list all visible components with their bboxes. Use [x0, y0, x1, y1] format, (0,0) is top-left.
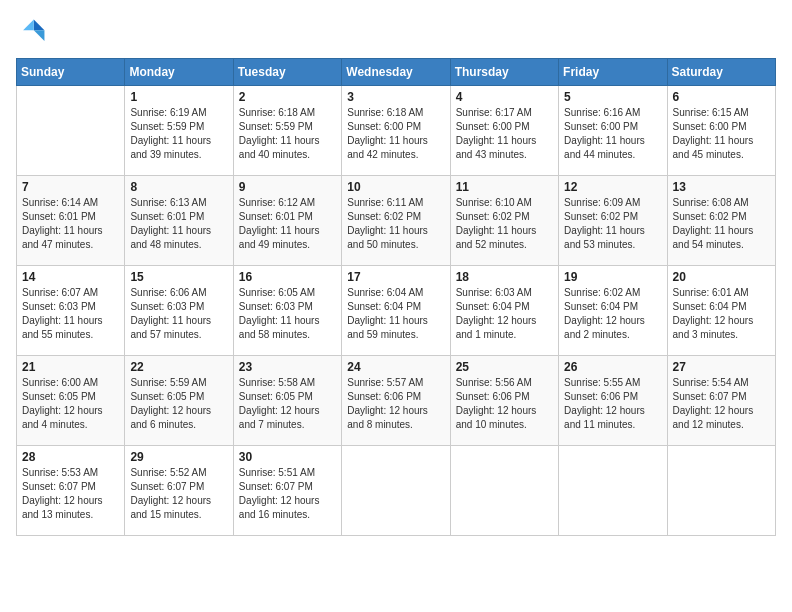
calendar-cell: 9Sunrise: 6:12 AMSunset: 6:01 PMDaylight… — [233, 176, 341, 266]
calendar-cell: 24Sunrise: 5:57 AMSunset: 6:06 PMDayligh… — [342, 356, 450, 446]
day-number: 19 — [564, 270, 661, 284]
cell-info: Sunrise: 5:59 AMSunset: 6:05 PMDaylight:… — [130, 376, 227, 432]
calendar-cell: 13Sunrise: 6:08 AMSunset: 6:02 PMDayligh… — [667, 176, 775, 266]
calendar-cell: 3Sunrise: 6:18 AMSunset: 6:00 PMDaylight… — [342, 86, 450, 176]
calendar-cell: 11Sunrise: 6:10 AMSunset: 6:02 PMDayligh… — [450, 176, 558, 266]
calendar-cell: 14Sunrise: 6:07 AMSunset: 6:03 PMDayligh… — [17, 266, 125, 356]
calendar-cell: 30Sunrise: 5:51 AMSunset: 6:07 PMDayligh… — [233, 446, 341, 536]
calendar-cell: 27Sunrise: 5:54 AMSunset: 6:07 PMDayligh… — [667, 356, 775, 446]
cell-info: Sunrise: 6:05 AMSunset: 6:03 PMDaylight:… — [239, 286, 336, 342]
day-number: 1 — [130, 90, 227, 104]
calendar-cell — [17, 86, 125, 176]
col-header-wednesday: Wednesday — [342, 59, 450, 86]
calendar-cell: 20Sunrise: 6:01 AMSunset: 6:04 PMDayligh… — [667, 266, 775, 356]
day-number: 5 — [564, 90, 661, 104]
day-number: 26 — [564, 360, 661, 374]
day-number: 9 — [239, 180, 336, 194]
day-number: 18 — [456, 270, 553, 284]
day-number: 17 — [347, 270, 444, 284]
day-number: 3 — [347, 90, 444, 104]
calendar-cell — [342, 446, 450, 536]
svg-marker-1 — [34, 30, 45, 41]
cell-info: Sunrise: 5:52 AMSunset: 6:07 PMDaylight:… — [130, 466, 227, 522]
calendar-cell: 4Sunrise: 6:17 AMSunset: 6:00 PMDaylight… — [450, 86, 558, 176]
cell-info: Sunrise: 5:58 AMSunset: 6:05 PMDaylight:… — [239, 376, 336, 432]
week-row-3: 14Sunrise: 6:07 AMSunset: 6:03 PMDayligh… — [17, 266, 776, 356]
calendar-cell — [559, 446, 667, 536]
calendar-cell: 7Sunrise: 6:14 AMSunset: 6:01 PMDaylight… — [17, 176, 125, 266]
cell-info: Sunrise: 5:51 AMSunset: 6:07 PMDaylight:… — [239, 466, 336, 522]
calendar-cell: 21Sunrise: 6:00 AMSunset: 6:05 PMDayligh… — [17, 356, 125, 446]
day-number: 13 — [673, 180, 770, 194]
cell-info: Sunrise: 6:02 AMSunset: 6:04 PMDaylight:… — [564, 286, 661, 342]
cell-info: Sunrise: 6:00 AMSunset: 6:05 PMDaylight:… — [22, 376, 119, 432]
calendar-cell: 23Sunrise: 5:58 AMSunset: 6:05 PMDayligh… — [233, 356, 341, 446]
day-number: 14 — [22, 270, 119, 284]
page-header — [16, 16, 776, 48]
week-row-1: 1Sunrise: 6:19 AMSunset: 5:59 PMDaylight… — [17, 86, 776, 176]
day-number: 16 — [239, 270, 336, 284]
cell-info: Sunrise: 6:16 AMSunset: 6:00 PMDaylight:… — [564, 106, 661, 162]
calendar-cell: 10Sunrise: 6:11 AMSunset: 6:02 PMDayligh… — [342, 176, 450, 266]
col-header-saturday: Saturday — [667, 59, 775, 86]
calendar-cell: 25Sunrise: 5:56 AMSunset: 6:06 PMDayligh… — [450, 356, 558, 446]
cell-info: Sunrise: 6:07 AMSunset: 6:03 PMDaylight:… — [22, 286, 119, 342]
svg-marker-2 — [23, 20, 34, 31]
cell-info: Sunrise: 6:15 AMSunset: 6:00 PMDaylight:… — [673, 106, 770, 162]
calendar-cell: 18Sunrise: 6:03 AMSunset: 6:04 PMDayligh… — [450, 266, 558, 356]
cell-info: Sunrise: 6:14 AMSunset: 6:01 PMDaylight:… — [22, 196, 119, 252]
cell-info: Sunrise: 5:55 AMSunset: 6:06 PMDaylight:… — [564, 376, 661, 432]
day-number: 21 — [22, 360, 119, 374]
logo-icon — [16, 16, 48, 48]
cell-info: Sunrise: 5:56 AMSunset: 6:06 PMDaylight:… — [456, 376, 553, 432]
calendar-cell: 5Sunrise: 6:16 AMSunset: 6:00 PMDaylight… — [559, 86, 667, 176]
calendar-cell: 2Sunrise: 6:18 AMSunset: 5:59 PMDaylight… — [233, 86, 341, 176]
col-header-monday: Monday — [125, 59, 233, 86]
calendar-cell: 19Sunrise: 6:02 AMSunset: 6:04 PMDayligh… — [559, 266, 667, 356]
cell-info: Sunrise: 6:04 AMSunset: 6:04 PMDaylight:… — [347, 286, 444, 342]
calendar-cell: 22Sunrise: 5:59 AMSunset: 6:05 PMDayligh… — [125, 356, 233, 446]
day-number: 12 — [564, 180, 661, 194]
logo — [16, 16, 52, 48]
svg-marker-0 — [34, 20, 45, 31]
calendar-cell — [667, 446, 775, 536]
cell-info: Sunrise: 5:54 AMSunset: 6:07 PMDaylight:… — [673, 376, 770, 432]
day-number: 6 — [673, 90, 770, 104]
calendar-cell — [450, 446, 558, 536]
cell-info: Sunrise: 6:01 AMSunset: 6:04 PMDaylight:… — [673, 286, 770, 342]
cell-info: Sunrise: 6:18 AMSunset: 6:00 PMDaylight:… — [347, 106, 444, 162]
day-number: 10 — [347, 180, 444, 194]
day-number: 15 — [130, 270, 227, 284]
calendar-cell: 26Sunrise: 5:55 AMSunset: 6:06 PMDayligh… — [559, 356, 667, 446]
day-number: 29 — [130, 450, 227, 464]
cell-info: Sunrise: 6:13 AMSunset: 6:01 PMDaylight:… — [130, 196, 227, 252]
calendar-cell: 6Sunrise: 6:15 AMSunset: 6:00 PMDaylight… — [667, 86, 775, 176]
day-number: 22 — [130, 360, 227, 374]
day-number: 25 — [456, 360, 553, 374]
cell-info: Sunrise: 6:18 AMSunset: 5:59 PMDaylight:… — [239, 106, 336, 162]
cell-info: Sunrise: 5:53 AMSunset: 6:07 PMDaylight:… — [22, 466, 119, 522]
header-row: SundayMondayTuesdayWednesdayThursdayFrid… — [17, 59, 776, 86]
day-number: 24 — [347, 360, 444, 374]
cell-info: Sunrise: 6:19 AMSunset: 5:59 PMDaylight:… — [130, 106, 227, 162]
calendar-cell: 12Sunrise: 6:09 AMSunset: 6:02 PMDayligh… — [559, 176, 667, 266]
day-number: 7 — [22, 180, 119, 194]
col-header-sunday: Sunday — [17, 59, 125, 86]
col-header-thursday: Thursday — [450, 59, 558, 86]
week-row-5: 28Sunrise: 5:53 AMSunset: 6:07 PMDayligh… — [17, 446, 776, 536]
day-number: 28 — [22, 450, 119, 464]
cell-info: Sunrise: 6:03 AMSunset: 6:04 PMDaylight:… — [456, 286, 553, 342]
cell-info: Sunrise: 5:57 AMSunset: 6:06 PMDaylight:… — [347, 376, 444, 432]
calendar-cell: 16Sunrise: 6:05 AMSunset: 6:03 PMDayligh… — [233, 266, 341, 356]
week-row-4: 21Sunrise: 6:00 AMSunset: 6:05 PMDayligh… — [17, 356, 776, 446]
col-header-friday: Friday — [559, 59, 667, 86]
calendar-cell: 15Sunrise: 6:06 AMSunset: 6:03 PMDayligh… — [125, 266, 233, 356]
day-number: 30 — [239, 450, 336, 464]
cell-info: Sunrise: 6:11 AMSunset: 6:02 PMDaylight:… — [347, 196, 444, 252]
calendar-cell: 17Sunrise: 6:04 AMSunset: 6:04 PMDayligh… — [342, 266, 450, 356]
cell-info: Sunrise: 6:06 AMSunset: 6:03 PMDaylight:… — [130, 286, 227, 342]
day-number: 2 — [239, 90, 336, 104]
calendar-cell: 29Sunrise: 5:52 AMSunset: 6:07 PMDayligh… — [125, 446, 233, 536]
day-number: 20 — [673, 270, 770, 284]
cell-info: Sunrise: 6:17 AMSunset: 6:00 PMDaylight:… — [456, 106, 553, 162]
